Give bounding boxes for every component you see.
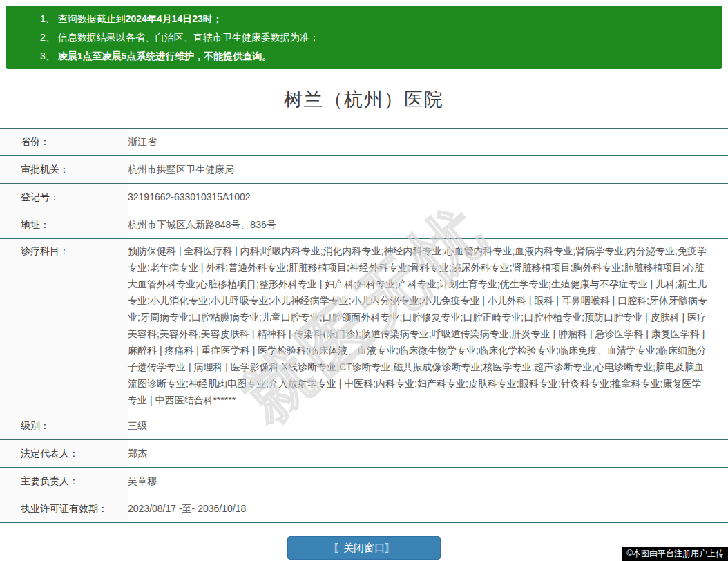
field-value: 杭州市下城区东新路848号、836号 (128, 211, 728, 238)
table-row: 地址：杭州市下城区东新路848号、836号 (0, 211, 728, 239)
notice-line: 1、 查询数据截止到2024年4月14日23时； (40, 10, 709, 28)
field-value: 32191662-633010315A1002 (128, 184, 728, 211)
field-label: 执业许可证有效期： (0, 495, 128, 522)
credit-badge: ©本图由平台注册用户上传 (622, 547, 728, 561)
table-row: 登记号：32191662-633010315A1002 (0, 184, 728, 211)
field-value: 杭州市拱墅区卫生健康局 (128, 156, 728, 183)
notice-line: 3、 凌晨1点至凌晨5点系统进行维护，不能提供查询。 (40, 47, 709, 66)
page-title: 树兰（杭州）医院 (0, 87, 728, 112)
notice-text: 2、 信息数据结果以各省、自治区、直辖市卫生健康委数据为准； (40, 32, 319, 43)
close-window-button[interactable]: 〖关闭窗口〗 (287, 536, 441, 560)
notice-text: 凌晨1点至凌晨5点系统进行维护，不能提供查询。 (58, 50, 272, 61)
notice-line: 2、 信息数据结果以各省、自治区、直辖市卫生健康委数据为准； (40, 28, 709, 47)
field-value: 吴章穆 (128, 468, 728, 495)
field-value: 预防保健科 | 全科医疗科 | 内科;呼吸内科专业;消化内科专业;神经内科专业;… (128, 239, 728, 412)
table-row: 级别：三级 (0, 412, 728, 440)
notice-text: 1、 查询数据截止到 (40, 13, 126, 24)
table-row: 法定代表人：郑杰 (0, 440, 728, 468)
field-label: 省份： (0, 129, 128, 155)
field-value: 浙江省 (128, 129, 728, 155)
field-label: 级别： (0, 412, 128, 439)
table-row: 诊疗科目：预防保健科 | 全科医疗科 | 内科;呼吸内科专业;消化内科专业;神经… (0, 239, 728, 412)
table-row: 审批机关：杭州市拱墅区卫生健康局 (0, 156, 728, 184)
table-row: 执业许可证有效期：2023/08/17 -至- 2036/10/18 (0, 495, 728, 523)
notice-banner: 1、 查询数据截止到2024年4月14日23时；2、 信息数据结果以各省、自治区… (6, 6, 722, 69)
table-row: 省份：浙江省 (0, 129, 728, 156)
info-table: 省份：浙江省审批机关：杭州市拱墅区卫生健康局登记号：32191662-63301… (0, 128, 728, 523)
notice-list: 1、 查询数据截止到2024年4月14日23时；2、 信息数据结果以各省、自治区… (40, 10, 709, 66)
field-label: 地址： (0, 211, 128, 238)
field-label: 登记号： (0, 184, 128, 211)
field-label: 审批机关： (0, 156, 128, 183)
table-row: 主要负责人：吴章穆 (0, 468, 728, 495)
field-label: 法定代表人： (0, 440, 128, 467)
field-label: 主要负责人： (0, 468, 128, 495)
field-value: 三级 (128, 412, 728, 439)
notice-text: 2024年4月14日23时； (126, 13, 222, 24)
notice-text: 3、 (40, 50, 58, 61)
field-value: 2023/08/17 -至- 2036/10/18 (128, 495, 728, 522)
field-value: 郑杰 (128, 440, 728, 467)
field-label: 诊疗科目： (0, 239, 128, 412)
